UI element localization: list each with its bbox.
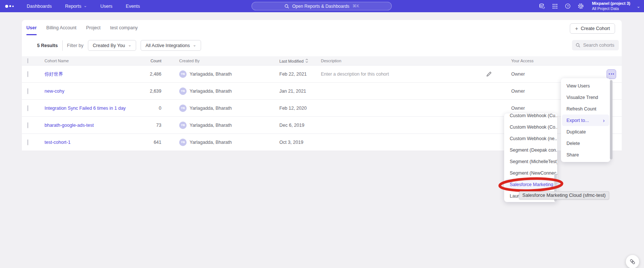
row-checkbox[interactable] bbox=[27, 105, 28, 111]
chevron-down-icon: ⌄ bbox=[193, 43, 196, 47]
row-checkbox[interactable] bbox=[27, 139, 28, 145]
create-cohort-button[interactable]: + Create Cohort bbox=[570, 23, 615, 34]
menu-item-export-to[interactable]: Export to...› bbox=[562, 115, 609, 126]
chevron-down-icon: ⌄ bbox=[83, 3, 87, 8]
link-icon bbox=[629, 258, 636, 265]
global-search-button[interactable]: Open Reports & Dashboards ⌘K bbox=[252, 2, 392, 10]
results-count: 5 Results bbox=[37, 43, 58, 48]
divider bbox=[62, 40, 63, 51]
avatar: YB bbox=[179, 87, 187, 95]
menu-item-label: Export to... bbox=[566, 118, 589, 123]
created-by-name: Yarlagadda, Bharath bbox=[190, 89, 232, 94]
tab-project[interactable]: Project bbox=[86, 25, 101, 33]
avatar: YB bbox=[179, 105, 187, 112]
header-description: Description bbox=[321, 59, 341, 63]
settings-gear-icon[interactable] bbox=[578, 3, 584, 10]
search-icon bbox=[284, 4, 289, 9]
nav-item-users[interactable]: Users bbox=[100, 4, 112, 9]
last-modified-date: Jan 21, 2021 bbox=[279, 89, 306, 94]
table-header: Cohort Name Count Created By Last Modifi… bbox=[22, 56, 622, 65]
search-icon bbox=[575, 43, 581, 48]
project-data-scope: All Project Data bbox=[592, 6, 630, 11]
nav-menu: DashboardsReports⌄UsersEvents bbox=[27, 4, 140, 9]
cohort-name-link[interactable]: bharath-google-ads-test bbox=[45, 123, 94, 128]
header-cohort-name: Cohort Name bbox=[45, 59, 69, 63]
created-by-name: Yarlagadda, Bharath bbox=[190, 72, 232, 77]
row-checkbox[interactable] bbox=[27, 122, 28, 128]
sort-icon[interactable] bbox=[305, 59, 308, 63]
export-target-item[interactable]: Custom Webhook (ne... bbox=[505, 133, 556, 144]
menu-item-visualize-trend[interactable]: Visualize Trend bbox=[562, 92, 609, 103]
menu-scrollbar[interactable] bbox=[610, 80, 612, 159]
submenu-arrow-icon: › bbox=[603, 118, 605, 123]
cohort-name-link[interactable]: new-cohy bbox=[45, 89, 65, 94]
nav-item-events[interactable]: Events bbox=[126, 4, 140, 9]
created-by-label: Created By You bbox=[93, 43, 125, 48]
menu-item-refresh-count[interactable]: Refresh Count bbox=[562, 103, 609, 115]
nav-item-dashboards[interactable]: Dashboards bbox=[27, 4, 52, 9]
created-by-name: Yarlagadda, Bharath bbox=[190, 123, 232, 128]
edit-pencil-icon[interactable] bbox=[486, 71, 492, 77]
avatar: YB bbox=[179, 139, 187, 146]
global-search-placeholder: Open Reports & Dashboards bbox=[292, 4, 349, 9]
nav-item-reports[interactable]: Reports⌄ bbox=[65, 4, 87, 9]
search-cohorts-placeholder: Search cohorts bbox=[583, 43, 614, 48]
export-target-label: Salesforce Marketing C... bbox=[510, 182, 557, 187]
access-label: Owner bbox=[511, 106, 525, 111]
menu-item-label: Visualize Trend bbox=[566, 95, 598, 100]
access-label: Owner bbox=[511, 89, 525, 94]
integrations-dropdown[interactable]: All Active Integrations ⌄ bbox=[141, 40, 201, 51]
export-target-label: Custom Webhook (Cu... bbox=[510, 113, 557, 118]
export-target-tooltip: Salesforce Marketing Cloud (sfmc-test) bbox=[519, 191, 609, 199]
menu-item-delete[interactable]: Delete bbox=[562, 138, 609, 149]
apps-grid-icon[interactable] bbox=[552, 3, 558, 10]
menu-item-view-users[interactable]: View Users bbox=[562, 80, 609, 92]
last-modified-date: Oct 3, 2019 bbox=[279, 140, 303, 145]
tab-billing-account[interactable]: Billing Account bbox=[46, 25, 76, 33]
filter-by-label: Filter by bbox=[67, 43, 83, 48]
help-icon[interactable]: ? bbox=[565, 3, 571, 10]
cohort-name-link[interactable]: Integration Sync Failed 6 times in 1 day bbox=[45, 106, 126, 111]
cohort-count: 0 bbox=[122, 106, 161, 111]
row-checkbox[interactable] bbox=[27, 88, 28, 94]
export-target-label: Segment (MichelleTest) bbox=[510, 159, 557, 164]
cohort-count: 641 bbox=[122, 140, 161, 145]
row-actions-button[interactable] bbox=[607, 69, 616, 79]
access-label: Owner bbox=[511, 72, 525, 77]
cohort-count: 2,639 bbox=[122, 89, 161, 94]
export-targets-submenu: Custom Webhook (Cu...Custom Webhook (Co.… bbox=[504, 113, 557, 202]
export-target-item[interactable]: Segment (NewConnec... bbox=[505, 167, 556, 179]
menu-item-label: Refresh Count bbox=[566, 106, 597, 112]
export-target-item[interactable]: Segment (Deepak con... bbox=[505, 144, 556, 156]
export-target-item[interactable]: Salesforce Marketing C... bbox=[505, 179, 556, 190]
project-switcher[interactable]: Mixpanel (project 3) All Project Data bbox=[592, 1, 630, 11]
header-last-modified[interactable]: Last Modified bbox=[279, 59, 308, 63]
cohort-name-link[interactable]: 你好世界 bbox=[45, 71, 63, 76]
menu-item-label: Duplicate bbox=[566, 129, 586, 135]
row-checkbox[interactable] bbox=[27, 71, 28, 77]
cohort-name-link[interactable]: test-cohort-1 bbox=[45, 140, 70, 145]
last-modified-date: Feb 12, 2020 bbox=[279, 106, 307, 111]
integrations-label: All Active Integrations bbox=[145, 43, 190, 48]
menu-item-share[interactable]: Share bbox=[562, 149, 609, 161]
data-management-icon[interactable] bbox=[539, 3, 545, 10]
nav-item-label: Users bbox=[100, 4, 112, 9]
cohort-count: 2,486 bbox=[122, 72, 161, 77]
export-target-item[interactable]: Custom Webhook (Cu... bbox=[505, 113, 556, 121]
cohort-row: 你好世界2,486YBYarlagadda, BharathFeb 22, 20… bbox=[22, 65, 622, 82]
description-input[interactable]: Enter a description for this cohort bbox=[321, 72, 389, 77]
select-all-checkbox[interactable] bbox=[27, 58, 28, 63]
mixpanel-logo-icon[interactable] bbox=[5, 5, 18, 8]
filter-toolbar: 5 Results Filter by Created By You ⌄ All… bbox=[37, 40, 201, 51]
menu-item-duplicate[interactable]: Duplicate bbox=[562, 126, 609, 138]
export-target-item[interactable]: Segment (MichelleTest) bbox=[505, 156, 556, 167]
created-by-dropdown[interactable]: Created By You ⌄ bbox=[88, 40, 136, 51]
search-cohorts-input[interactable]: Search cohorts bbox=[572, 40, 619, 50]
chevron-down-icon[interactable]: ⌄ bbox=[637, 4, 640, 9]
cohort-row: new-cohy2,639YBYarlagadda, BharathJan 21… bbox=[22, 82, 622, 99]
tab-test-company[interactable]: test company bbox=[110, 25, 138, 33]
link-button[interactable] bbox=[626, 255, 639, 268]
tab-user[interactable]: User bbox=[26, 25, 37, 33]
export-target-item[interactable]: Custom Webhook (Co... bbox=[505, 121, 556, 133]
created-by-name: Yarlagadda, Bharath bbox=[190, 140, 232, 145]
